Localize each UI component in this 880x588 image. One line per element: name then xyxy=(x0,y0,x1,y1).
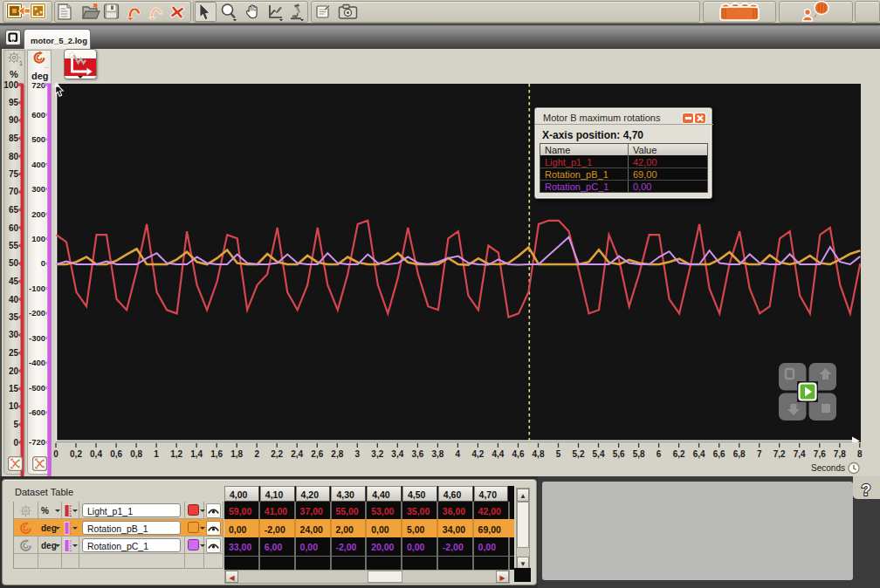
svg-text:Seconds: Seconds xyxy=(811,463,845,473)
svg-text:4,8: 4,8 xyxy=(533,449,545,459)
svg-text:3: 3 xyxy=(355,449,361,459)
svg-text:6,2: 6,2 xyxy=(673,449,685,459)
svg-text:..: .. xyxy=(45,62,48,70)
svg-text:5,4: 5,4 xyxy=(593,449,605,459)
svg-text:0,2: 0,2 xyxy=(70,449,82,459)
svg-text:1,8: 1,8 xyxy=(230,449,243,459)
svg-text:6,6: 6,6 xyxy=(713,449,725,459)
svg-text:0,4: 0,4 xyxy=(90,449,102,459)
svg-text:2,4: 2,4 xyxy=(291,449,303,459)
svg-text:7,6: 7,6 xyxy=(814,449,826,459)
svg-text:1,6: 1,6 xyxy=(210,449,223,459)
svg-text:8: 8 xyxy=(857,449,863,459)
svg-text:5,6: 5,6 xyxy=(613,449,625,459)
svg-text:2,2: 2,2 xyxy=(271,449,283,459)
svg-text:0,8: 0,8 xyxy=(130,449,142,459)
svg-text:3,2: 3,2 xyxy=(371,449,383,459)
svg-text:5: 5 xyxy=(556,449,561,459)
svg-text:0,6: 0,6 xyxy=(110,449,122,459)
svg-text:5,8: 5,8 xyxy=(633,449,645,459)
svg-text:6: 6 xyxy=(657,449,662,459)
svg-text:6,4: 6,4 xyxy=(693,449,705,459)
svg-text:7,2: 7,2 xyxy=(773,449,786,459)
svg-text:4,6: 4,6 xyxy=(512,449,525,459)
svg-text:7,8: 7,8 xyxy=(834,449,846,459)
svg-text:3,4: 3,4 xyxy=(391,449,403,459)
svg-text:4,2: 4,2 xyxy=(471,449,484,459)
svg-text:?: ? xyxy=(862,482,871,499)
svg-text:7,4: 7,4 xyxy=(794,449,806,459)
svg-text:3,8: 3,8 xyxy=(431,449,443,459)
svg-text:2,6: 2,6 xyxy=(311,449,323,459)
svg-text:0: 0 xyxy=(53,449,58,459)
svg-text:1: 1 xyxy=(154,449,159,459)
svg-text:1,4: 1,4 xyxy=(190,449,203,459)
svg-text:4,4: 4,4 xyxy=(492,449,504,459)
svg-text:6,8: 6,8 xyxy=(733,449,746,459)
svg-text:2: 2 xyxy=(254,449,259,459)
svg-text:2,8: 2,8 xyxy=(331,449,343,459)
svg-text:1: 1 xyxy=(19,60,23,66)
svg-text:%: % xyxy=(10,69,18,79)
svg-text:5,2: 5,2 xyxy=(573,449,585,459)
svg-text:7: 7 xyxy=(757,449,762,459)
svg-text:1,2: 1,2 xyxy=(170,449,182,459)
svg-text:4: 4 xyxy=(456,449,461,459)
svg-text:3,6: 3,6 xyxy=(411,449,423,459)
